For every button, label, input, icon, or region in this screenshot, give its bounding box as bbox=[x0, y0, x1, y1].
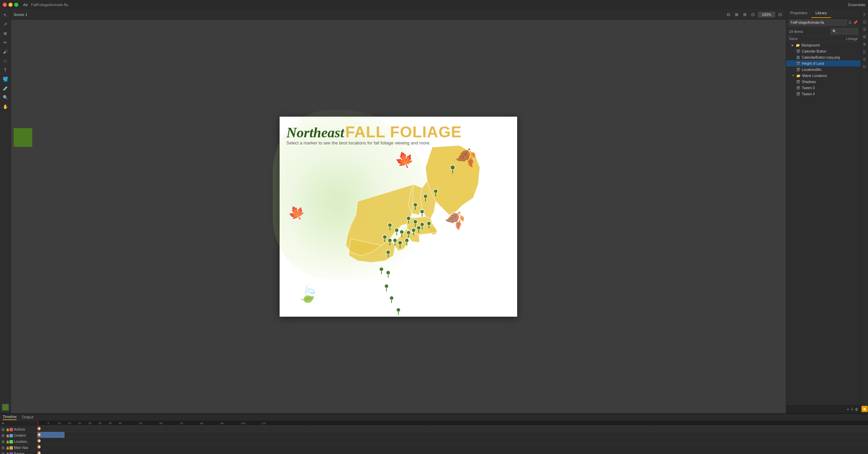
layer-header-label: ▼ bbox=[1, 422, 4, 425]
stage-wrapper[interactable]: Northeast FALL FOLIAGE Select a marker t… bbox=[11, 20, 786, 413]
lib-new-btn[interactable]: + bbox=[847, 407, 849, 412]
lock-location[interactable]: 🔒 bbox=[6, 440, 8, 443]
timeline-frames[interactable]: 1 5 10 15 20 25 30 35 40 50 60 70 80 90 … bbox=[37, 420, 868, 454]
right-icon-align[interactable]: ⊞ bbox=[861, 33, 868, 40]
library-item-shadows[interactable]: 🎬 Shadows bbox=[786, 79, 861, 85]
track-background bbox=[37, 450, 868, 454]
right-icon-components[interactable]: ⊡ bbox=[861, 63, 868, 70]
right-icon-3[interactable]: ☰ bbox=[861, 26, 868, 33]
pin-24[interactable] bbox=[390, 296, 394, 303]
brush-tool[interactable]: 🖌 bbox=[1, 47, 10, 56]
svg-point-5 bbox=[407, 216, 411, 220]
maximize-button[interactable] bbox=[14, 3, 18, 7]
item-name-locations: LocationsBtn bbox=[802, 68, 858, 72]
svg-point-21 bbox=[379, 267, 383, 271]
snap-button[interactable]: ⊡ bbox=[750, 12, 756, 18]
pin-22[interactable] bbox=[386, 271, 390, 278]
track-content bbox=[37, 432, 868, 438]
output-tab[interactable]: Output bbox=[22, 414, 33, 420]
right-icon-comp[interactable]: ◎ bbox=[861, 56, 868, 62]
right-icon-code[interactable]: {} bbox=[861, 48, 868, 55]
zoom-tool[interactable]: 🔍 bbox=[1, 93, 10, 101]
pin-3[interactable] bbox=[420, 210, 424, 217]
col-name: Name bbox=[789, 37, 798, 41]
right-icon-2[interactable]: ◫ bbox=[861, 18, 868, 25]
library-item-maine[interactable]: ▼ 📂 Maine Locations bbox=[786, 73, 861, 79]
right-icon-transform[interactable]: ⊕ bbox=[861, 41, 868, 47]
library-columns: Name Linkage bbox=[786, 36, 861, 42]
pin-21[interactable] bbox=[379, 267, 383, 274]
eye-content[interactable] bbox=[1, 434, 5, 437]
scene-label: Scene 1 bbox=[14, 13, 27, 17]
eye-background[interactable] bbox=[1, 452, 5, 454]
svg-point-11 bbox=[400, 230, 404, 234]
frame-mark-20: 20 bbox=[78, 422, 81, 425]
pencil-tool[interactable]: ✏ bbox=[1, 38, 10, 46]
text-tool[interactable]: T bbox=[1, 66, 10, 74]
keyframe-actions[interactable] bbox=[37, 427, 41, 430]
lock-mainnav[interactable]: 🔒 bbox=[6, 446, 8, 450]
keyframe-location[interactable] bbox=[37, 439, 41, 442]
library-item-tween4[interactable]: 🎬 Tween 4 bbox=[786, 91, 861, 97]
frame-mark-80: 80 bbox=[200, 422, 203, 425]
library-item-calendar[interactable]: 🎬 Calendar Button bbox=[786, 48, 861, 54]
pin-10[interactable] bbox=[395, 228, 399, 235]
transform-tool[interactable]: ⊕ bbox=[1, 29, 10, 37]
svg-point-20 bbox=[386, 250, 390, 254]
track-mainnav bbox=[37, 444, 868, 450]
hand-tool[interactable]: ✋ bbox=[1, 102, 10, 111]
folder-icon-background: 📁 bbox=[795, 43, 800, 47]
panel-pin-btn[interactable]: 📌 bbox=[853, 20, 858, 25]
frame-mark-1: 1 bbox=[37, 422, 39, 425]
content-tween-block bbox=[37, 432, 64, 438]
library-item-background[interactable]: ▶ 📁 Background bbox=[786, 42, 861, 48]
lock-background[interactable]: 🔒 bbox=[6, 452, 8, 454]
color-location bbox=[10, 440, 13, 443]
library-item-calendar-copy[interactable]: 🖼 CalendarButton copy.png bbox=[786, 54, 861, 60]
subselect-tool[interactable]: ↗ bbox=[1, 20, 10, 28]
pin-23[interactable] bbox=[384, 284, 389, 291]
library-item-locations[interactable]: 🎬 LocationsBtn bbox=[786, 66, 861, 73]
right-icon-1[interactable]: ≡ bbox=[861, 11, 868, 18]
traffic-lights[interactable] bbox=[3, 3, 18, 7]
item-name-shadows: Shadows bbox=[802, 80, 858, 84]
library-search[interactable] bbox=[831, 28, 858, 34]
align-button[interactable]: ⊟ bbox=[725, 12, 732, 18]
zoom-input[interactable]: 100% bbox=[758, 12, 775, 17]
properties-tab[interactable]: Properties bbox=[786, 9, 811, 18]
keyframe-mainnav[interactable] bbox=[37, 445, 41, 449]
panel-menu-btn[interactable]: ☰ bbox=[848, 20, 852, 25]
library-count: 19 items bbox=[789, 29, 803, 34]
svg-point-14 bbox=[417, 226, 421, 230]
eyedropper-tool[interactable]: 💉 bbox=[1, 84, 10, 92]
shape-tool[interactable]: □ bbox=[1, 57, 10, 65]
library-tab[interactable]: Library bbox=[811, 9, 831, 18]
timeline-tab[interactable]: Timeline bbox=[3, 414, 17, 420]
lib-props-btn[interactable]: ℹ bbox=[851, 407, 853, 411]
select-tool[interactable]: ↖ bbox=[1, 11, 10, 19]
zoom-fit[interactable]: ⊡ bbox=[777, 12, 783, 18]
minimize-button[interactable] bbox=[8, 3, 13, 7]
distribute-button[interactable]: ⊠ bbox=[734, 12, 740, 18]
svg-point-1 bbox=[434, 189, 438, 193]
eye-location[interactable] bbox=[1, 440, 5, 443]
keyframe-background[interactable] bbox=[37, 451, 41, 454]
transform-button[interactable]: ⊞ bbox=[742, 12, 748, 18]
file-name-input[interactable]: FallFoliageAnimate.fla bbox=[789, 20, 847, 25]
library-item-height-of-land[interactable]: 🎬 Height of Land bbox=[786, 60, 861, 66]
close-button[interactable] bbox=[3, 3, 7, 7]
lib-delete-btn[interactable]: 🗑 bbox=[855, 407, 858, 411]
lock-actions[interactable]: 🔒 bbox=[6, 428, 8, 431]
stage[interactable]: Northeast FALL FOLIAGE Select a marker t… bbox=[280, 117, 517, 317]
library-item-tween3[interactable]: 🎬 Tween 3 bbox=[786, 85, 861, 91]
eye-mainnav[interactable] bbox=[1, 446, 5, 450]
bucket-tool[interactable]: 🪣 bbox=[1, 75, 10, 83]
eye-actions[interactable] bbox=[1, 428, 5, 431]
keyframe-content-start[interactable] bbox=[37, 433, 41, 436]
right-icon-color-swatch[interactable]: ■ bbox=[862, 406, 868, 412]
layer-mainnav: 🔒 Main Nav bbox=[0, 445, 37, 451]
pin-25[interactable] bbox=[396, 308, 400, 315]
svg-point-9 bbox=[388, 223, 392, 227]
lock-content[interactable]: 🔒 bbox=[6, 434, 8, 437]
color-swatch[interactable] bbox=[2, 404, 9, 411]
